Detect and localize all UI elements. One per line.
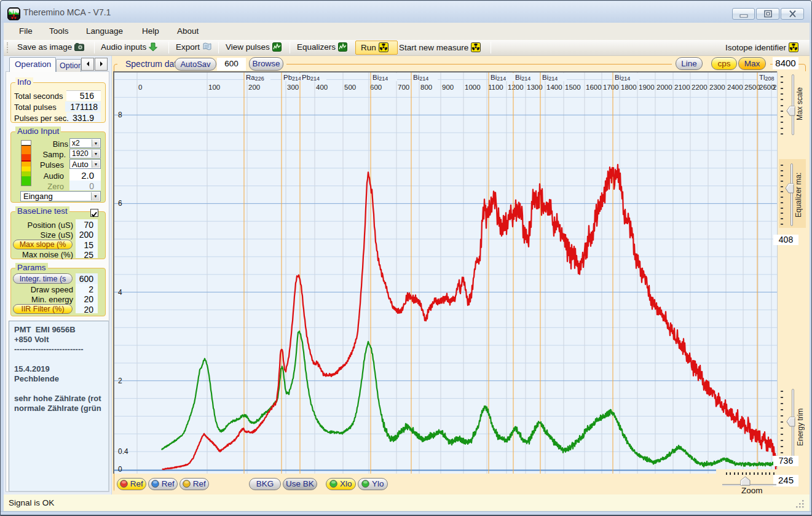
svg-text:900: 900: [442, 84, 454, 91]
svg-text:2500: 2500: [744, 84, 760, 91]
svg-text:1500: 1500: [565, 84, 581, 91]
svg-text:0: 0: [118, 465, 122, 474]
svg-text:2400: 2400: [727, 84, 743, 91]
svg-text:400: 400: [316, 84, 328, 91]
svg-text:2100: 2100: [674, 84, 690, 91]
svg-text:300: 300: [287, 84, 299, 91]
svg-text:200: 200: [248, 84, 260, 91]
svg-text:8: 8: [118, 111, 122, 119]
svg-text:700: 700: [398, 84, 409, 91]
svg-text:1100: 1100: [488, 84, 503, 91]
svg-text:1800: 1800: [621, 84, 637, 91]
svg-text:600: 600: [370, 84, 382, 91]
svg-text:2: 2: [118, 377, 122, 385]
svg-text:0.4: 0.4: [118, 447, 128, 456]
svg-text:1400: 1400: [546, 84, 562, 91]
svg-text:1600: 1600: [586, 84, 602, 91]
svg-text:2000: 2000: [656, 84, 672, 91]
svg-text:0: 0: [138, 84, 142, 91]
svg-text:1000: 1000: [465, 84, 481, 91]
svg-text:6: 6: [118, 199, 122, 208]
svg-text:500: 500: [344, 84, 356, 91]
svg-text:800: 800: [420, 84, 432, 91]
svg-text:100: 100: [208, 84, 220, 91]
svg-text:1700: 1700: [603, 84, 619, 91]
svg-text:2300: 2300: [709, 84, 725, 91]
svg-text:1200: 1200: [508, 84, 524, 91]
svg-text:1900: 1900: [639, 84, 655, 91]
svg-text:2200: 2200: [692, 84, 708, 91]
svg-text:4: 4: [118, 288, 122, 297]
